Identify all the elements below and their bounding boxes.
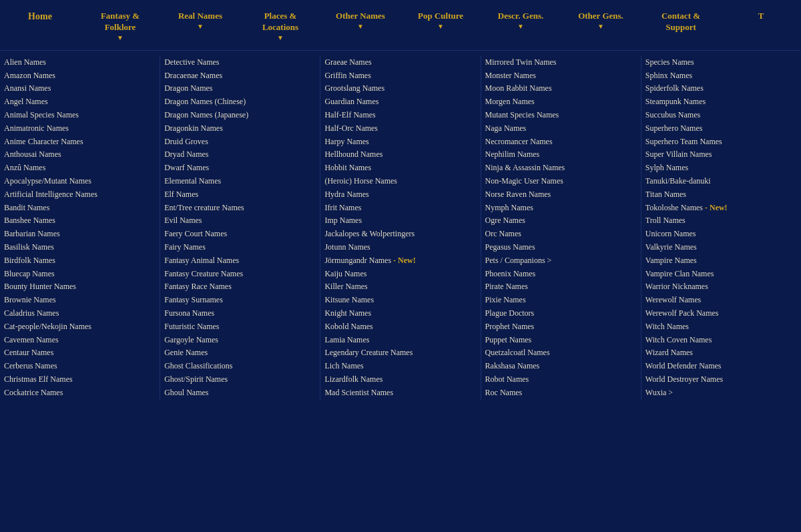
list-item[interactable]: Mirrored Twin Names <box>485 56 637 69</box>
list-item[interactable]: Necromancer Names <box>485 136 637 149</box>
list-item[interactable]: Dragon Names <box>164 82 316 95</box>
list-item[interactable]: Superhero Team Names <box>645 136 797 149</box>
list-item[interactable]: Lizardfolk Names <box>324 373 476 386</box>
list-item[interactable]: Barbarian Names <box>4 228 156 241</box>
list-item[interactable]: Quetzalcoatl Names <box>485 346 637 360</box>
list-item[interactable]: Jackalopes & Wolpertingers <box>324 228 476 241</box>
list-item[interactable]: Elemental Names <box>164 175 316 188</box>
nav-item-4[interactable]: Other Names▼ <box>320 8 400 33</box>
list-item[interactable]: Pegasus Names <box>485 241 637 254</box>
list-item[interactable]: Nephilim Names <box>485 148 637 162</box>
list-item[interactable]: Plague Doctors <box>485 307 637 320</box>
list-item[interactable]: Ifrit Names <box>324 202 476 215</box>
list-item[interactable]: Ent/Tree creature Names <box>164 202 316 215</box>
list-item[interactable]: Species Names <box>645 56 797 69</box>
list-item[interactable]: Dryad Names <box>164 148 316 162</box>
list-item[interactable]: Faery Court Names <box>164 228 316 241</box>
list-item[interactable]: Druid Groves <box>164 136 316 149</box>
list-item[interactable]: Pirate Names <box>485 280 637 294</box>
list-item[interactable]: Sylph Names <box>645 162 797 175</box>
list-item[interactable]: Wizard Names <box>645 346 797 360</box>
list-item[interactable]: Werewolf Names <box>645 294 797 307</box>
list-item[interactable]: Sphinx Names <box>645 69 797 83</box>
list-item[interactable]: Morgen Names <box>485 95 637 109</box>
list-item[interactable]: Puppet Names <box>485 334 637 347</box>
list-item[interactable]: Bluecap Names <box>4 268 156 281</box>
list-item[interactable]: Spiderfolk Names <box>645 82 797 95</box>
list-item[interactable]: Fursona Names <box>164 307 316 320</box>
list-item[interactable]: Vampire Names <box>645 254 797 268</box>
list-item[interactable]: Robot Names <box>485 373 637 386</box>
list-item[interactable]: Dragon Names (Chinese) <box>164 95 316 109</box>
list-item[interactable]: Werewolf Pack Names <box>645 307 797 320</box>
list-item[interactable]: Animatronic Names <box>4 122 156 136</box>
list-item[interactable]: Monster Names <box>485 69 637 83</box>
list-item[interactable]: Christmas Elf Names <box>4 373 156 386</box>
list-item[interactable]: Nymph Names <box>485 202 637 215</box>
list-item[interactable]: Fantasy Surnames <box>164 294 316 307</box>
nav-item-5[interactable]: Pop Culture▼ <box>400 8 481 33</box>
list-item[interactable]: Gargoyle Names <box>164 334 316 347</box>
list-item[interactable]: Graeae Names <box>324 56 476 69</box>
list-item[interactable]: Griffin Names <box>324 69 476 83</box>
list-item[interactable]: Troll Names <box>645 214 797 228</box>
list-item[interactable]: Angel Names <box>4 95 156 109</box>
list-item[interactable]: Unicorn Names <box>645 228 797 241</box>
list-item[interactable]: Centaur Names <box>4 346 156 360</box>
list-item[interactable]: Legendary Creature Names <box>324 346 476 360</box>
list-item[interactable]: Fantasy Animal Names <box>164 254 316 268</box>
list-item[interactable]: Valkyrie Names <box>645 241 797 254</box>
list-item[interactable]: Guardian Names <box>324 95 476 109</box>
list-item[interactable]: Anime Character Names <box>4 136 156 149</box>
list-item[interactable]: Cat-people/Nekojin Names <box>4 320 156 334</box>
list-item[interactable]: Tokoloshe Names - New! <box>645 202 797 215</box>
list-item[interactable]: Imp Names <box>324 214 476 228</box>
list-item[interactable]: Fantasy Race Names <box>164 280 316 294</box>
list-item[interactable]: Roc Names <box>485 386 637 400</box>
list-item[interactable]: Superhero Names <box>645 122 797 136</box>
list-item[interactable]: World Destroyer Names <box>645 373 797 386</box>
list-item[interactable]: Norse Raven Names <box>485 188 637 202</box>
list-item[interactable]: Killer Names <box>324 280 476 294</box>
list-item[interactable]: Non-Magic User Names <box>485 175 637 188</box>
list-item[interactable]: Warrior Nicknames <box>645 280 797 294</box>
nav-item-2[interactable]: Real Names▼ <box>160 8 240 33</box>
list-item[interactable]: Cockatrice Names <box>4 386 156 400</box>
list-item[interactable]: Futuristic Names <box>164 320 316 334</box>
list-item[interactable]: Vampire Clan Names <box>645 268 797 281</box>
list-item[interactable]: Evil Names <box>164 214 316 228</box>
list-item[interactable]: Witch Coven Names <box>645 334 797 347</box>
list-item[interactable]: Brownie Names <box>4 294 156 307</box>
list-item[interactable]: Anansi Names <box>4 82 156 95</box>
list-item[interactable]: Harpy Names <box>324 136 476 149</box>
list-item[interactable]: Bandit Names <box>4 202 156 215</box>
list-item[interactable]: Dwarf Names <box>164 162 316 175</box>
nav-item-6[interactable]: Descr. Gens.▼ <box>481 8 561 33</box>
list-item[interactable]: Cerberus Names <box>4 360 156 373</box>
list-item[interactable]: Dragonkin Names <box>164 122 316 136</box>
nav-item-0[interactable]: Home <box>0 8 80 25</box>
list-item[interactable]: Artificial Intelligence Names <box>4 188 156 202</box>
list-item[interactable]: Prophet Names <box>485 320 637 334</box>
list-item[interactable]: Cavemen Names <box>4 334 156 347</box>
list-item[interactable]: (Heroic) Horse Names <box>324 175 476 188</box>
list-item[interactable]: Dracaenae Names <box>164 69 316 83</box>
list-item[interactable]: Anzû Names <box>4 162 156 175</box>
nav-item-8[interactable]: Contact &Support <box>641 8 721 36</box>
list-item[interactable]: Bounty Hunter Names <box>4 280 156 294</box>
list-item[interactable]: Jotunn Names <box>324 241 476 254</box>
list-item[interactable]: Ghoul Names <box>164 386 316 400</box>
list-item[interactable]: Dragon Names (Japanese) <box>164 109 316 122</box>
list-item[interactable]: Basilisk Names <box>4 241 156 254</box>
nav-item-7[interactable]: Other Gens.▼ <box>561 8 641 33</box>
list-item[interactable]: Ghost Classifications <box>164 360 316 373</box>
list-item[interactable]: Ninja & Assassin Names <box>485 162 637 175</box>
list-item[interactable]: Orc Names <box>485 228 637 241</box>
list-item[interactable]: Half-Elf Names <box>324 109 476 122</box>
list-item[interactable]: Super Villain Names <box>645 148 797 162</box>
list-item[interactable]: Naga Names <box>485 122 637 136</box>
list-item[interactable]: Jörmungandr Names - New! <box>324 254 476 268</box>
list-item[interactable]: Genie Names <box>164 346 316 360</box>
list-item[interactable]: Steampunk Names <box>645 95 797 109</box>
list-item[interactable]: Mutant Species Names <box>485 109 637 122</box>
